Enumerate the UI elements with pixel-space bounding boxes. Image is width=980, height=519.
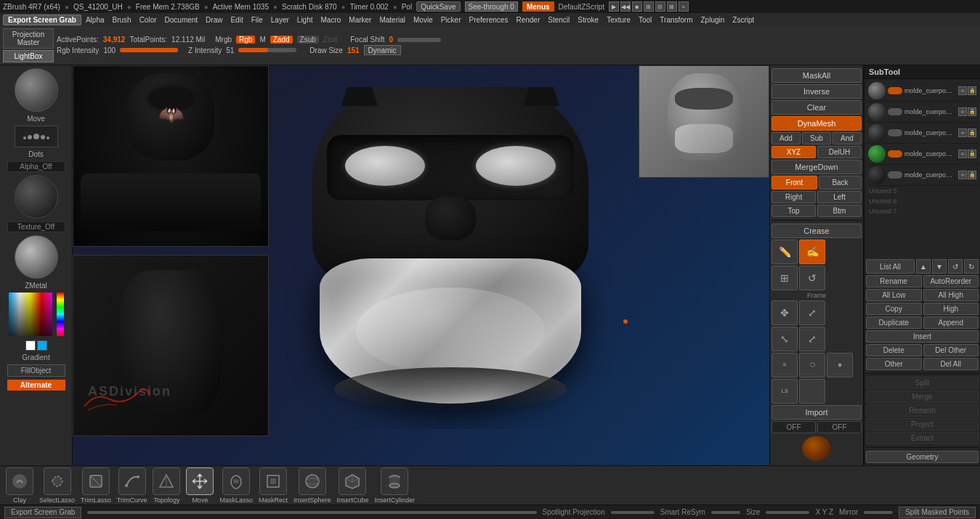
- brush-preview[interactable]: [15, 68, 58, 112]
- subtool-toggle-5[interactable]: [888, 171, 902, 179]
- crease-button[interactable]: Crease: [772, 224, 862, 238]
- status-slider[interactable]: [87, 511, 536, 514]
- all-low-button[interactable]: All Low: [866, 289, 922, 301]
- auto-reorder-button[interactable]: AutoReorder: [923, 275, 979, 287]
- menu-color[interactable]: Color: [136, 15, 161, 25]
- arrow-right[interactable]: ↻: [964, 259, 979, 274]
- dyna-mesh-button[interactable]: DynaMesh: [772, 116, 862, 131]
- top-button[interactable]: Top: [772, 205, 816, 217]
- arrow-down[interactable]: ▼: [932, 259, 947, 274]
- viewport[interactable]: 🦇 ASDivision: [73, 65, 769, 465]
- icon5[interactable]: ×: [679, 1, 689, 12]
- rotate-icon-button[interactable]: ↺: [799, 266, 825, 290]
- menu-render[interactable]: Render: [512, 15, 543, 25]
- subtool-toggle-3[interactable]: [888, 129, 902, 136]
- dots-brush-preview[interactable]: [15, 126, 58, 147]
- trim-lasso-button[interactable]: TrimLasso: [81, 467, 111, 504]
- z-intensity-track[interactable]: [238, 48, 296, 52]
- append-button[interactable]: Append: [923, 316, 979, 329]
- subtool-item[interactable]: molde_cuerpo_entero 👁 🔒: [866, 123, 979, 144]
- arrow-left[interactable]: ↺: [948, 259, 963, 274]
- projection-master-button[interactable]: ProjectionMaster: [3, 28, 54, 49]
- alpha-off-label[interactable]: Alpha_Off: [7, 161, 65, 172]
- del-all-button[interactable]: Del All: [923, 358, 979, 370]
- front-button[interactable]: Front: [772, 176, 817, 189]
- polyf-button[interactable]: ⬡: [799, 353, 825, 377]
- quicksave-button[interactable]: QuickSave: [416, 1, 460, 12]
- icon1[interactable]: ■: [632, 1, 642, 12]
- list-all-button[interactable]: List All: [866, 259, 915, 274]
- menu-texture[interactable]: Texture: [603, 15, 634, 25]
- subtool-lock-icon-2[interactable]: 🔒: [968, 107, 976, 116]
- icon3[interactable]: ⊟: [655, 1, 665, 12]
- off1-button[interactable]: OFF: [772, 421, 816, 433]
- menu-picker[interactable]: Picker: [437, 15, 465, 25]
- remesh-button[interactable]: Remesh: [866, 404, 979, 417]
- left-button[interactable]: Left: [817, 191, 862, 203]
- export-screen-grab[interactable]: Export Screen Grab: [3, 15, 81, 25]
- menu-zscript[interactable]: Zscript: [729, 15, 758, 25]
- arrow-up[interactable]: ▲: [916, 259, 931, 274]
- insert-sphere-button[interactable]: InsertSphere: [293, 467, 331, 504]
- insert-cylinder-button[interactable]: InsertCylinder: [375, 467, 416, 504]
- subtool-item[interactable]: molde_cuerpo_entero1_12 👁 🔒: [866, 144, 979, 165]
- subtool-eye-icon-2[interactable]: 👁: [958, 107, 967, 116]
- frame-icon-button[interactable]: ⊞: [772, 266, 798, 290]
- lightbox-button[interactable]: LightBox: [3, 50, 54, 62]
- menu-material[interactable]: Material: [376, 15, 409, 25]
- mask-lasso-button[interactable]: MaskLasso: [219, 467, 253, 504]
- fill-object-button[interactable]: FillObject: [7, 364, 65, 377]
- subtool-item[interactable]: molde_cuerpo_entero 👁 🔒: [866, 165, 979, 186]
- zsub-btn[interactable]: Zsub: [297, 36, 319, 44]
- record-icon[interactable]: ▶: [609, 1, 619, 12]
- split-button[interactable]: Split: [866, 377, 979, 389]
- back-button[interactable]: Back: [819, 176, 862, 189]
- project-button[interactable]: Project: [866, 418, 979, 430]
- menu-layer[interactable]: Layer: [267, 15, 293, 25]
- icon4[interactable]: ⊠: [667, 1, 677, 12]
- subtool-toggle-1[interactable]: [888, 87, 902, 94]
- subtool-item[interactable]: molde_cuerpo_entero5 👁 🔒: [866, 102, 979, 123]
- move2-icon-button[interactable]: ⤢: [799, 301, 825, 325]
- subtool-lock-icon-1[interactable]: 🔒: [968, 86, 976, 95]
- subtool-lock-icon-5[interactable]: 🔒: [968, 171, 976, 179]
- scale2-icon-button[interactable]: ⤢: [799, 327, 825, 351]
- menu-edit[interactable]: Edit: [227, 15, 246, 25]
- subtool-toggle-4[interactable]: [888, 150, 902, 158]
- topology-button[interactable]: Topology: [153, 467, 180, 504]
- right-button[interactable]: Right: [772, 191, 816, 203]
- sub-button[interactable]: Sub: [802, 132, 831, 144]
- see-through-button[interactable]: See-through 0: [465, 1, 518, 12]
- clear-button[interactable]: Clear: [772, 100, 862, 115]
- subtool-lock-icon-3[interactable]: 🔒: [968, 128, 976, 137]
- import-button[interactable]: Import: [772, 405, 862, 420]
- dynamic-button[interactable]: Dynamic: [364, 45, 401, 55]
- transp-button[interactable]: ◈: [827, 353, 853, 377]
- clay-brush-button[interactable]: Clay: [6, 467, 33, 504]
- foreground-color[interactable]: [25, 340, 36, 351]
- texture-preview[interactable]: [15, 175, 58, 218]
- status-slider-4[interactable]: [766, 511, 809, 514]
- xyz-button[interactable]: XYZ: [772, 146, 816, 158]
- del-uh-button[interactable]: DelUH: [817, 146, 862, 158]
- trim-curve-button[interactable]: TrimCurve: [117, 467, 147, 504]
- subtool-eye-icon-5[interactable]: 👁: [958, 171, 967, 179]
- move-icon-button[interactable]: ✥: [772, 301, 798, 325]
- alternate-button[interactable]: Alternate: [7, 380, 65, 391]
- icon2[interactable]: ⊞: [644, 1, 654, 12]
- menu-transform[interactable]: Transform: [656, 15, 696, 25]
- texture-off-label[interactable]: Texture_Off: [7, 221, 65, 232]
- off2-button[interactable]: OFF: [817, 421, 862, 433]
- scale-icon-button[interactable]: ⤡: [772, 327, 798, 351]
- menu-brush[interactable]: Brush: [109, 15, 135, 25]
- all-high-button[interactable]: All High: [923, 289, 979, 301]
- menu-zplugin[interactable]: Zplugin: [697, 15, 729, 25]
- color-picker[interactable]: [9, 293, 64, 336]
- subtool-eye-icon-1[interactable]: 👁: [958, 86, 967, 95]
- zadd-button[interactable]: Zadd: [270, 36, 293, 44]
- rewind-icon[interactable]: ◀◀: [620, 1, 631, 12]
- mask-rect-button[interactable]: MaskRect: [259, 467, 288, 504]
- menu-marker[interactable]: Marker: [345, 15, 375, 25]
- split-masked-button[interactable]: Split Masked Points: [899, 507, 976, 518]
- geometry-button[interactable]: Geometry: [866, 451, 979, 463]
